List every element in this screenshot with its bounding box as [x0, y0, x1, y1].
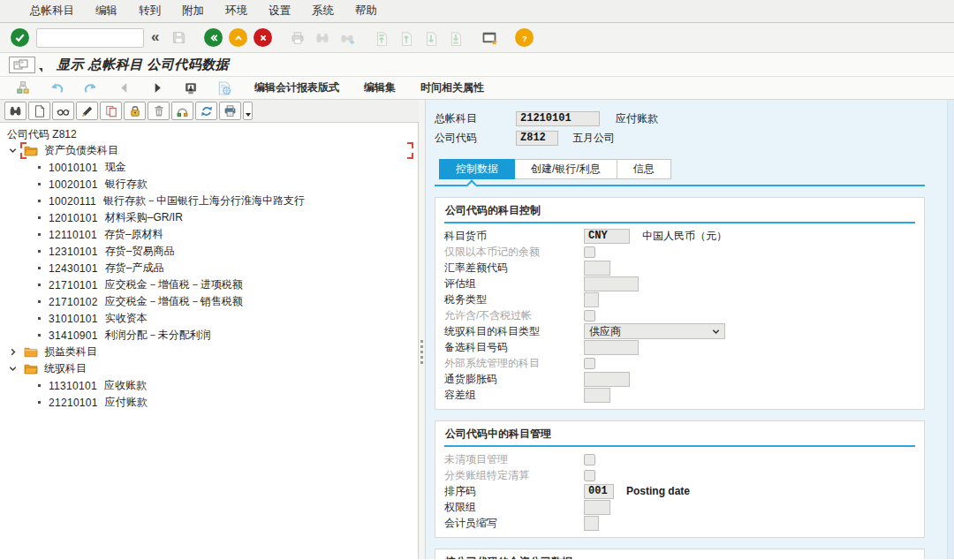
gui-services-icon[interactable] — [9, 57, 35, 73]
bullet-icon — [38, 384, 41, 387]
chevron-right-icon[interactable] — [7, 346, 19, 358]
menu-item-8[interactable]: 帮助 — [344, 4, 388, 19]
input-field[interactable] — [584, 292, 599, 307]
enter-button[interactable] — [11, 28, 29, 47]
tree-account-row[interactable]: 10020111银行存款－中国银行上海分行淮海中路支行 — [0, 193, 418, 209]
field-label: 科目货币 — [444, 229, 584, 244]
tree-account-row[interactable]: 21710101应交税金－增值税－进项税额 — [0, 276, 418, 293]
app-toolbar-button-3[interactable]: 时间相关属性 — [413, 80, 491, 95]
chevron-down-icon[interactable] — [7, 363, 19, 375]
tree-account-row[interactable]: 31410901利润分配－未分配利润 — [0, 327, 418, 344]
command-field[interactable] — [36, 28, 144, 48]
bullet-icon — [38, 284, 41, 286]
menu-item-4[interactable]: 附加 — [171, 4, 215, 19]
field-suffix-text: Posting date — [626, 485, 690, 497]
tab-1[interactable]: 控制数据 — [439, 159, 515, 179]
company-code-field[interactable]: Z812 — [516, 131, 558, 146]
vertical-scrollbar[interactable] — [947, 100, 954, 559]
dropdown-value: 供应商 — [589, 324, 621, 339]
next-item-button[interactable] — [147, 79, 168, 98]
tree-account-row[interactable]: 12010101材料采购–GR/IR — [0, 209, 418, 226]
group-box-title: 公司代码中的科目管理 — [444, 425, 915, 447]
print-form-button[interactable] — [180, 79, 201, 98]
input-field[interactable] — [584, 388, 610, 403]
account-code: 10020111 — [49, 195, 96, 208]
back-button[interactable] — [202, 26, 224, 49]
display-document-button[interactable] — [214, 79, 235, 98]
input-field[interactable] — [584, 340, 639, 355]
gl-account-description: 应付账款 — [616, 111, 658, 126]
bullet-icon — [38, 401, 41, 404]
input-field[interactable] — [584, 372, 630, 387]
account-name: 银行存款－中国银行上海分行淮海中路支行 — [103, 193, 305, 208]
tree-folder-row[interactable]: 资产负债类科目 — [0, 142, 418, 159]
change-button[interactable] — [76, 102, 98, 120]
chevron-down-icon — [706, 327, 721, 337]
checkbox — [584, 310, 595, 322]
exit-button[interactable] — [227, 26, 249, 49]
menu-item-6[interactable]: 设置 — [258, 4, 301, 19]
field-label: 汇率差额代码 — [444, 261, 584, 276]
folder-icon — [24, 346, 38, 358]
input-field[interactable] — [584, 516, 599, 531]
tree-folder-row[interactable]: 统驭科目 — [0, 360, 418, 377]
input-field[interactable] — [584, 261, 610, 276]
print-button — [286, 26, 308, 49]
input-field[interactable]: 001 — [584, 484, 614, 499]
account-name: 应交税金－增值税－进项税额 — [105, 277, 243, 292]
undo-button[interactable] — [46, 79, 67, 98]
new-session-button[interactable]: ★ — [479, 26, 501, 49]
menu-item-7[interactable]: 系统 — [301, 4, 344, 19]
services-for-object-button[interactable] — [12, 79, 34, 98]
refresh-button[interactable] — [195, 102, 217, 120]
dropdown-field[interactable]: 供应商 — [584, 323, 725, 339]
copy-button[interactable] — [100, 102, 122, 120]
collapse-toolbar-icon[interactable]: « — [151, 28, 159, 46]
account-name: 材料采购–GR/IR — [105, 210, 183, 225]
chevron-down-icon[interactable] — [7, 145, 19, 156]
last-page-button — [444, 26, 466, 49]
create-button[interactable] — [28, 102, 50, 120]
print-button-dropdown[interactable] — [243, 102, 253, 120]
gl-account-field[interactable]: 21210101 — [516, 111, 600, 126]
tab-3[interactable]: 信息 — [617, 159, 671, 179]
tree-account-row[interactable]: 21710102应交税金－增值税－销售税额 — [0, 293, 418, 310]
tab-2[interactable]: 创建/银行/利息 — [515, 159, 617, 179]
tree-account-row[interactable]: 12430101存货–产成品 — [0, 260, 418, 276]
tree-account-row[interactable]: 10010101现金 — [0, 159, 418, 176]
display-button[interactable] — [52, 102, 74, 120]
lock-button[interactable] — [124, 102, 146, 120]
tree-account-row[interactable]: 11310101应收账款 — [0, 377, 418, 394]
input-field[interactable] — [584, 500, 610, 515]
tree-account-row[interactable]: 12110101存货–原材料 — [0, 226, 418, 243]
menu-item-1[interactable]: 总帐科目 — [19, 4, 85, 19]
block-button[interactable] — [171, 102, 193, 120]
tree-folder-row[interactable]: 损益类科目 — [0, 344, 418, 360]
menu-item-3[interactable]: 转到 — [128, 4, 171, 19]
tree-account-row[interactable]: 10020101银行存款 — [0, 176, 418, 193]
redo-button[interactable] — [80, 79, 101, 98]
form-row: 税务类型 — [444, 291, 915, 307]
page-title: 显示 总帐科目 公司代码数据 — [57, 57, 229, 73]
menu-item-2[interactable]: 编辑 — [85, 4, 128, 19]
app-toolbar-button-1[interactable]: 编辑会计报表版式 — [247, 80, 346, 95]
app-toolbar-button-2[interactable]: 编辑集 — [357, 80, 403, 95]
panel-splitter[interactable] — [419, 100, 426, 559]
print-button[interactable] — [219, 102, 241, 120]
application-toolbar: 编辑会计报表版式编辑集时间相关属性 — [0, 77, 954, 100]
cancel-button[interactable] — [252, 26, 274, 49]
save-button — [168, 26, 190, 49]
menu-item-5[interactable]: 环境 — [215, 4, 258, 19]
delete-button[interactable] — [148, 102, 170, 120]
find-button[interactable] — [4, 102, 26, 120]
form-row: 分类账组特定清算 — [444, 467, 915, 483]
tree-account-row[interactable]: 12310101存货–贸易商品 — [0, 243, 418, 260]
bullet-icon — [38, 334, 41, 337]
help-button[interactable]: ? — [513, 26, 535, 49]
tree-account-row[interactable]: 31010101实收资本 — [0, 310, 418, 327]
tree-account-row[interactable]: 21210101应付账款 — [0, 394, 418, 411]
input-field[interactable] — [584, 276, 639, 291]
input-field[interactable]: CNY — [584, 229, 630, 244]
form-row: 未清项目管理 — [444, 451, 915, 467]
find-next-button — [336, 26, 358, 49]
